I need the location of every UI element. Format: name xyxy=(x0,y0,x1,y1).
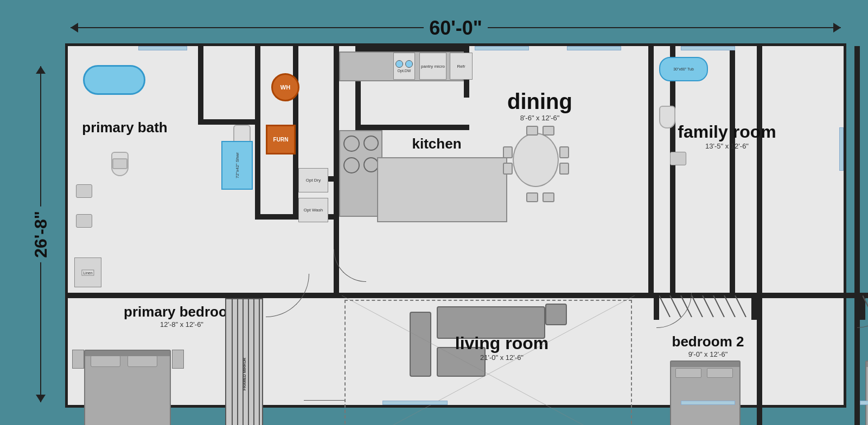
window-top-bath xyxy=(138,46,187,50)
living-room-diagonals xyxy=(342,295,635,425)
bedroom2-label: bedroom 2 9'-0" x 12'-6" xyxy=(659,333,757,358)
refrigerator: Refr xyxy=(450,53,473,80)
floorplan: 72"x42" Shwr Linen primary bath WH FURN … xyxy=(65,43,846,408)
dining-label: dining 8'-6" x 12'-6" xyxy=(486,89,594,122)
bathtub xyxy=(83,65,145,95)
opt-dw: Opt.DW xyxy=(393,53,415,80)
window-bottom-living xyxy=(382,401,448,405)
kitchen-label: kitchen xyxy=(404,136,469,152)
height-dimension: 26'-8" xyxy=(16,66,65,402)
svg-line-9 xyxy=(735,295,746,317)
bed-primary xyxy=(84,350,171,425)
kitchen-island xyxy=(377,157,507,222)
svg-line-5 xyxy=(692,295,703,317)
svg-line-8 xyxy=(724,295,735,317)
water-heater: WH xyxy=(271,73,299,101)
bedroom3-label: bedroom 3 10'-0" x 12'-6" xyxy=(860,333,868,358)
floor-plan-container: 60'-0" 26'-8" xyxy=(16,12,852,413)
svg-line-7 xyxy=(713,295,724,317)
pantry-micro: pantry micro xyxy=(419,53,446,80)
shower-primary: 72"x42" Shwr xyxy=(221,141,253,190)
svg-line-1 xyxy=(342,295,635,425)
svg-line-6 xyxy=(703,295,713,317)
tub-family-bath: 30"x60" Tub xyxy=(659,57,708,81)
width-label: 60'-0" xyxy=(424,17,488,40)
window-top-dining xyxy=(567,46,621,50)
family-room-label: family room 13'-5" x 12'-6" xyxy=(659,122,795,150)
window-bottom-bed3 xyxy=(860,401,868,405)
svg-line-0 xyxy=(342,295,635,425)
window-right-family xyxy=(839,127,844,171)
height-label: 26'-8" xyxy=(31,207,51,262)
bed-bedroom3 xyxy=(865,360,868,425)
bed-bedroom2 xyxy=(670,360,741,425)
dining-table xyxy=(513,133,559,187)
width-dimension: 60'-0" xyxy=(71,12,841,44)
window-top-family xyxy=(681,46,735,50)
primary-bath-label: primary bath xyxy=(81,119,168,136)
opt-wash: Opt Wash xyxy=(298,198,328,222)
window-bottom-bed2 xyxy=(681,401,735,405)
framed-mirror-closet: FRAMED MIRROR xyxy=(225,298,263,425)
furnace: FURN xyxy=(266,125,296,154)
opt-dry: Opt Dry xyxy=(298,168,328,192)
window-top-kitchen xyxy=(475,46,529,50)
